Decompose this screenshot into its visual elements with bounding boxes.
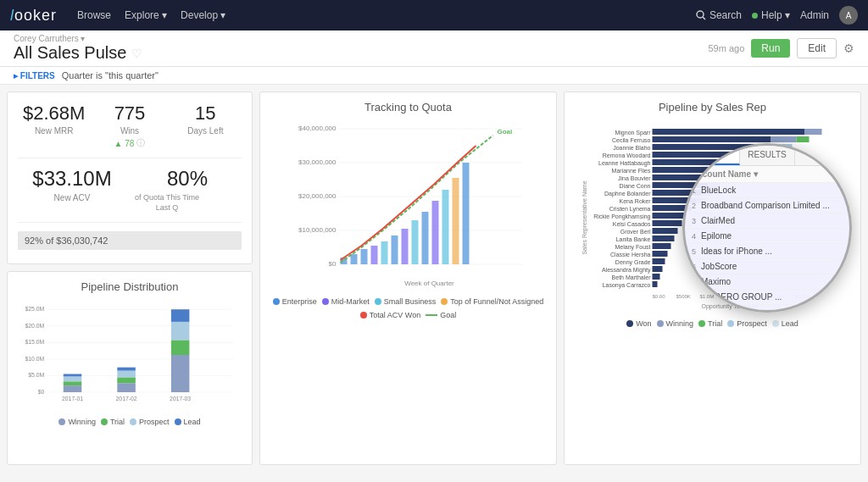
- svg-text:Denny Grade: Denny Grade: [615, 259, 651, 266]
- svg-text:2017-03: 2017-03: [170, 396, 191, 402]
- tracking-chart: $40,000,000 $30,000,000 $20,000,000 $10,…: [270, 120, 546, 290]
- search-icon: [696, 10, 706, 20]
- tof-color: [441, 298, 448, 305]
- pipeline-dist-legend: Winning Trial Prospect Lead: [18, 418, 242, 426]
- favorite-icon[interactable]: ♡: [131, 47, 142, 60]
- svg-text:Leanne Hattabaugh: Leanne Hattabaugh: [598, 160, 651, 167]
- legend-goal: Goal: [426, 311, 456, 319]
- midmarket-label: Mid-Market: [331, 297, 370, 306]
- wins-label: Wins: [93, 126, 165, 136]
- time-ago: 59m ago: [708, 43, 744, 53]
- svg-text:$30,000,000: $30,000,000: [298, 158, 337, 166]
- legend-totalacv: Total ACV Won: [360, 311, 420, 319]
- smallbiz-label: Small Business: [384, 297, 437, 306]
- svg-rect-115: [171, 322, 190, 341]
- svg-rect-82: [653, 274, 660, 280]
- smallbiz-color: [375, 298, 381, 305]
- svg-rect-16: [381, 241, 388, 264]
- top-nav: looker Browse Explore ▾ Develop ▾ Search…: [0, 0, 868, 30]
- svg-text:$15.0M: $15.0M: [25, 340, 45, 346]
- svg-text:Mignon Sparr: Mignon Sparr: [615, 130, 651, 136]
- svg-rect-23: [453, 178, 459, 264]
- svg-text:2017-02: 2017-02: [116, 396, 137, 402]
- days-value: 15: [170, 102, 242, 125]
- midmarket-color: [322, 298, 329, 305]
- pipeline-rep-panel: Pipeline by Sales Rep Sales Representati…: [564, 91, 861, 465]
- svg-rect-15: [371, 246, 378, 264]
- avatar[interactable]: A: [839, 6, 858, 25]
- settings-icon[interactable]: ⚙: [843, 42, 854, 55]
- svg-text:$20,000,000: $20,000,000: [298, 192, 337, 200]
- totalacv-color: [360, 312, 367, 319]
- logo[interactable]: looker: [10, 7, 57, 25]
- svg-text:Jina Bouvier: Jina Bouvier: [618, 175, 651, 181]
- edit-button[interactable]: Edit: [797, 38, 837, 58]
- search-button[interactable]: Search: [696, 9, 742, 21]
- svg-rect-13: [351, 254, 358, 264]
- kpi-panel: $2.68M New MRR 775 Wins ▲ 78 ⓘ 15 Days L…: [7, 91, 253, 264]
- wins-change: ▲ 78 ⓘ: [93, 137, 165, 149]
- svg-text:Classie Hersha: Classie Hersha: [610, 252, 651, 258]
- search-label: Search: [709, 9, 742, 21]
- svg-text:Lasonya Carrazco: Lasonya Carrazco: [603, 282, 651, 289]
- goal-color: [426, 314, 437, 316]
- svg-rect-19: [412, 220, 419, 264]
- popup-tab-results[interactable]: RESULTS: [740, 146, 795, 165]
- svg-rect-112: [117, 368, 136, 371]
- svg-text:Beth Marthaler: Beth Marthaler: [612, 274, 652, 280]
- svg-rect-14: [361, 249, 368, 264]
- page-title: All Sales Pulse ♡: [14, 43, 142, 63]
- quota-progress-bar: 92% of $36,030,742: [18, 231, 242, 250]
- pipeline-dist-panel: Pipeline Distribution $25.0M $20.0M $15.…: [7, 271, 253, 465]
- legend-winning-dist: Winning: [58, 418, 96, 426]
- popup-row[interactable]: 6JobScore: [685, 259, 849, 274]
- pipeline-rep-legend: Won Winning Trial Prospect Lead: [575, 319, 850, 328]
- legend-winning: Winning: [657, 319, 694, 328]
- popup-row[interactable]: 4Epilome: [685, 229, 849, 244]
- quota-value: 80%: [133, 167, 242, 191]
- nav-explore[interactable]: Explore ▾: [125, 9, 167, 21]
- svg-rect-108: [64, 374, 82, 377]
- subheader-right: 59m ago Run Edit ⚙: [708, 38, 854, 58]
- mrr-label: New MRR: [18, 126, 90, 136]
- legend-tof: Top of Funnel/Not Assigned: [441, 297, 543, 306]
- run-button[interactable]: Run: [751, 39, 790, 58]
- filter-tag: Quarter is "this quarter": [62, 70, 159, 80]
- svg-text:$5.0M: $5.0M: [28, 373, 44, 379]
- breadcrumb[interactable]: Corey Carruthers ▾: [14, 34, 142, 43]
- popup-row[interactable]: 1BlueLock: [685, 183, 849, 198]
- nav-browse[interactable]: Browse: [77, 9, 111, 21]
- help-label: Help ▾: [761, 9, 790, 21]
- popup-row[interactable]: 2Broadband Comparison Limited ...: [685, 198, 849, 213]
- legend-prospect-dist: Prospect: [130, 418, 170, 426]
- popup-row[interactable]: 5Ideas for iPhone ...: [685, 244, 849, 259]
- svg-text:Goal: Goal: [498, 128, 513, 136]
- kpi-acv: $33.10M New ACV: [18, 167, 126, 213]
- kpi-quota: 80% of Quota This Time Last Q: [133, 167, 242, 213]
- admin-button[interactable]: Admin: [800, 9, 829, 21]
- svg-text:Lanita Banke: Lanita Banke: [616, 236, 651, 242]
- kpi-mrr: $2.68M New MRR: [18, 102, 90, 149]
- main-content: $2.68M New MRR 775 Wins ▲ 78 ⓘ 15 Days L…: [0, 85, 868, 472]
- nav-develop[interactable]: Develop ▾: [181, 9, 225, 21]
- svg-rect-32: [653, 136, 771, 142]
- popup-row[interactable]: 7Maximo: [685, 274, 849, 290]
- totalacv-label: Total ACV Won: [370, 311, 420, 319]
- popup-row[interactable]: 3ClairMed: [685, 213, 849, 229]
- svg-text:Sales Representative Name: Sales Representative Name: [581, 180, 588, 254]
- svg-text:Cristen Lynema: Cristen Lynema: [609, 206, 651, 213]
- magnifier-popup[interactable]: DATA RESULTS SQL Account Name ▾ 1BlueLoc…: [682, 143, 852, 313]
- svg-rect-109: [117, 384, 136, 393]
- svg-rect-74: [653, 243, 671, 249]
- filters-label[interactable]: ▸ FILTERS: [14, 71, 55, 80]
- legend-midmarket: Mid-Market: [322, 297, 370, 306]
- tracking-title: Tracking to Quota: [270, 101, 546, 114]
- svg-text:Daphne Bolander: Daphne Bolander: [604, 191, 651, 197]
- svg-rect-106: [64, 382, 82, 386]
- legend-prospect: Prospect: [727, 319, 767, 328]
- svg-text:Alessandra Mighty: Alessandra Mighty: [602, 267, 651, 274]
- legend-lead: Lead: [772, 319, 798, 328]
- help-button[interactable]: Help ▾: [752, 9, 790, 21]
- svg-text:$10,000,000: $10,000,000: [298, 226, 337, 234]
- svg-text:2017-01: 2017-01: [62, 396, 83, 402]
